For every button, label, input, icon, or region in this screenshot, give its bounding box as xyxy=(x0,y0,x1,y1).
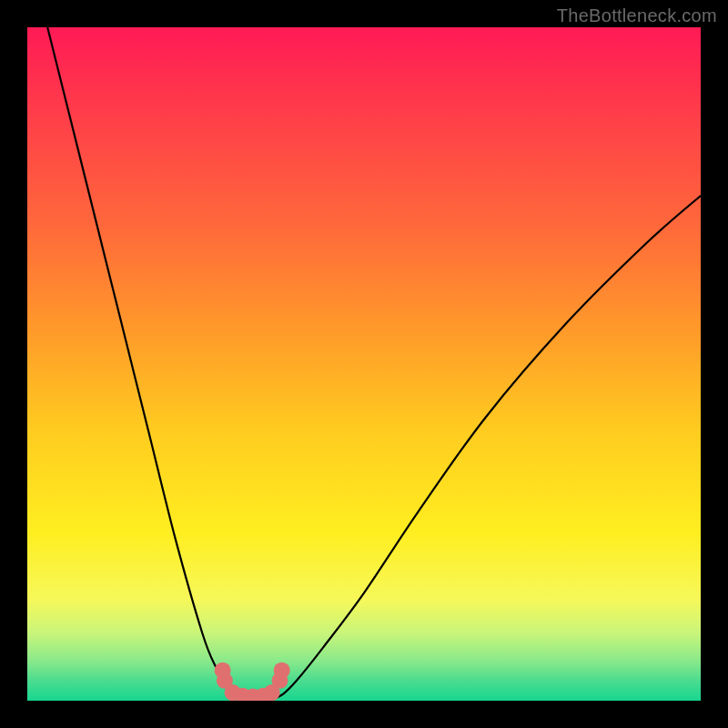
data-marker xyxy=(274,662,290,679)
curve-left-curve xyxy=(47,27,243,701)
curve-right-curve xyxy=(269,196,701,701)
chart-svg xyxy=(27,27,701,701)
watermark: TheBottleneck.com xyxy=(557,5,717,26)
chart-area xyxy=(27,27,701,701)
curve-group xyxy=(47,27,701,701)
marker-group xyxy=(215,662,290,701)
